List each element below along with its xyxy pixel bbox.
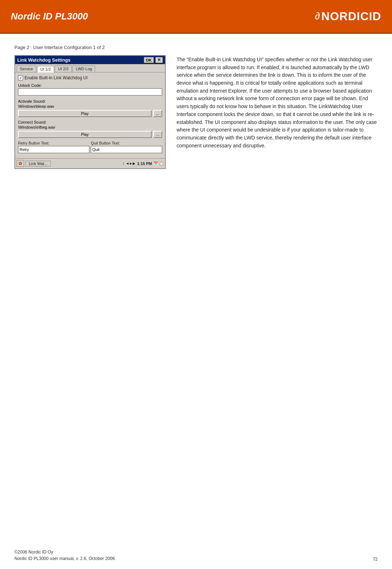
titlebar-buttons: OK ✕ [144,57,163,63]
copyright-line1: ©2006 Nordic ID Oy [14,549,115,555]
taskbar-app-button[interactable]: Link Wat... [26,161,51,166]
quit-button-text-label: Quit Button Text: [91,141,162,145]
taskbar-icon-cal: 📅 [153,161,158,165]
page-footer: ©2006 Nordic ID Oy Nordic ID PL3000 user… [14,549,378,562]
logo-area: ∂ NORDICID [315,10,381,23]
logo-icon: ∂ [315,10,320,22]
window-body: ✓ Enable Built-in Link Watchdog UI Unloc… [15,72,165,158]
window-title: Link Watchdog Settings [17,57,71,63]
taskbar-icon-nav: ◄►▶ [126,161,136,165]
start-button[interactable]: ✿ [17,160,24,167]
unlock-code-label: Unlock Code: [18,83,162,88]
activate-sound-label: Activate Sound: [18,99,162,103]
checkbox-row: ✓ Enable Built-in Link Watchdog UI [18,75,162,80]
enable-checkbox[interactable]: ✓ [18,75,23,80]
page-label: Page 2 : User Interface Configuration 1 … [14,45,378,50]
taskbar: ✿ Link Wat... ↕ ◄►▶ 1:15 PM 📅 📋 [15,158,165,168]
quit-input[interactable] [91,146,162,153]
retry-col: Retry Button Text: [18,141,89,153]
logo-text: NORDICID [321,10,381,23]
product-title: Nordic ID PL3000 [11,11,88,22]
start-icon: ✿ [18,161,22,166]
activate-sound-path: \Windows\bleep.wav [18,104,162,108]
close-button[interactable]: ✕ [155,57,163,63]
tab-bar: Service UI 1/2 UI 2/2 LWD Log [15,64,165,72]
ok-button[interactable]: OK [144,57,154,63]
retry-input[interactable] [18,146,89,153]
page-content: Page 2 : User Interface Configuration 1 … [0,34,392,180]
taskbar-time: 1:15 PM [137,161,152,166]
footer-copyright: ©2006 Nordic ID Oy Nordic ID PL3000 user… [14,549,115,562]
page-number: 72 [373,557,378,562]
page-header: Nordic ID PL3000 ∂ NORDICID [0,0,392,32]
tab-ui22[interactable]: UI 2/2 [55,66,72,72]
taskbar-icon-copy: 📋 [159,161,164,165]
browse-activate-button[interactable]: ... [153,110,162,117]
main-row: Link Watchdog Settings OK ✕ Service UI 1… [14,55,378,169]
window-titlebar: Link Watchdog Settings OK ✕ [15,56,165,64]
tab-lwdlog[interactable]: LWD Log [72,66,95,72]
quit-col: Quit Button Text: [91,141,162,153]
activate-sound-buttons: Play ... [18,110,162,117]
connect-sound-path: \Windows\infbeg.wav [18,125,162,129]
description-paragraph: The “Enable Built-in Link Watchdog UI” s… [177,56,378,150]
checkbox-label: Enable Built-in Link Watchdog UI [24,75,88,80]
play-connect-button[interactable]: Play [18,131,152,138]
browse-connect-button[interactable]: ... [153,131,162,138]
copyright-line2: Nordic ID PL3000 user manual, v. 2.6, Oc… [14,555,115,562]
device-window: Link Watchdog Settings OK ✕ Service UI 1… [14,55,166,169]
unlock-code-input[interactable] [18,88,162,95]
taskbar-icon-arrows: ↕ [122,161,124,165]
connect-sound-label: Connect Sound: [18,120,162,124]
tab-ui12[interactable]: UI 1/2 [37,66,54,72]
description-text: The “Enable Built-in Link Watchdog UI” s… [177,55,378,150]
tab-service[interactable]: Service [17,66,36,72]
connect-sound-buttons: Play ... [18,131,162,138]
play-activate-button[interactable]: Play [18,110,152,117]
retry-button-text-label: Retry Button Text: [18,141,89,145]
retry-quit-row: Retry Button Text: Quit Button Text: [18,141,162,153]
taskbar-icons: ↕ ◄►▶ 1:15 PM 📅 📋 [122,161,164,166]
